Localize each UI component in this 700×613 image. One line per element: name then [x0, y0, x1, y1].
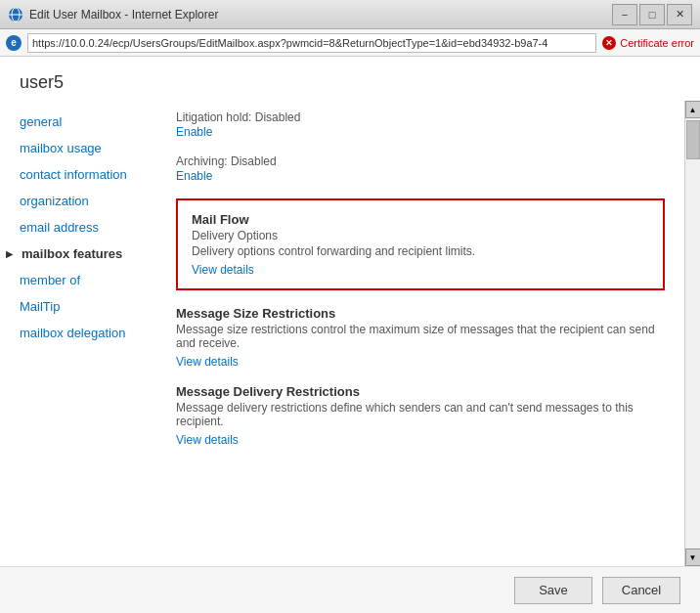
sidebar-item-email-address[interactable]: email address: [0, 214, 156, 241]
sidebar-item-organization-label: organization: [20, 194, 89, 208]
browser-icon: e: [6, 35, 22, 51]
sidebar-item-contact-information[interactable]: contact information: [0, 161, 156, 188]
scroll-down-button[interactable]: ▼: [685, 548, 701, 566]
scrollbar: ▲ ▼: [684, 101, 700, 566]
sidebar-item-mailbox-delegation[interactable]: mailbox delegation: [0, 320, 156, 346]
minimize-button[interactable]: −: [612, 4, 637, 25]
sidebar-item-mailbox-usage[interactable]: mailbox usage: [0, 135, 156, 161]
message-delivery-section: Message Delivery Restrictions Message de…: [176, 384, 665, 447]
message-delivery-description: Message delivery restrictions define whi…: [176, 401, 665, 428]
title-bar: Edit User Mailbox - Internet Explorer − …: [0, 0, 700, 29]
main-panel: Litigation hold: Disabled Enable Archivi…: [156, 101, 684, 566]
mail-flow-title: Mail Flow: [192, 212, 649, 227]
sidebar: general mailbox usage contact informatio…: [0, 101, 156, 566]
mail-flow-subtitle: Delivery Options: [192, 229, 649, 242]
litigation-hold-section: Litigation hold: Disabled Enable: [176, 110, 665, 139]
sidebar-item-mailtip[interactable]: MailTip: [0, 293, 156, 320]
archiving-section: Archiving: Disabled Enable: [176, 154, 665, 183]
message-size-description: Message size restrictions control the ma…: [176, 323, 665, 350]
sidebar-item-contact-information-label: contact information: [20, 167, 127, 182]
ie-icon: [8, 7, 23, 22]
message-size-view-details-link[interactable]: View details: [176, 355, 239, 369]
window-controls: − □ ✕: [612, 4, 692, 25]
sidebar-item-mailbox-delegation-label: mailbox delegation: [20, 326, 125, 340]
mail-flow-description: Delivery options control forwarding and …: [192, 244, 649, 258]
user-header: user5: [0, 57, 700, 101]
address-input[interactable]: [27, 33, 596, 53]
litigation-hold-enable-link[interactable]: Enable: [176, 125, 212, 139]
username-label: user5: [20, 72, 64, 92]
litigation-hold-label: Litigation hold: Disabled: [176, 110, 665, 124]
restore-button[interactable]: □: [639, 4, 665, 25]
address-bar: e ✕ Certificate error: [0, 29, 700, 57]
archiving-enable-link[interactable]: Enable: [176, 169, 212, 183]
sidebar-item-email-address-label: email address: [20, 220, 99, 235]
sidebar-item-member-of-label: member of: [20, 273, 80, 287]
archiving-label: Archiving: Disabled: [176, 154, 665, 168]
content-area: general mailbox usage contact informatio…: [0, 101, 700, 566]
window-title: Edit User Mailbox - Internet Explorer: [29, 8, 218, 22]
main-container: user5 general mailbox usage contact info…: [0, 57, 700, 613]
mail-flow-box: Mail Flow Delivery Options Delivery opti…: [176, 198, 665, 290]
sidebar-item-organization[interactable]: organization: [0, 188, 156, 214]
sidebar-item-general-label: general: [20, 114, 62, 129]
message-delivery-title: Message Delivery Restrictions: [176, 384, 665, 399]
sidebar-item-mailbox-usage-label: mailbox usage: [20, 141, 102, 155]
cancel-button[interactable]: Cancel: [602, 577, 680, 604]
sidebar-item-mailtip-label: MailTip: [20, 299, 60, 314]
title-bar-left: Edit User Mailbox - Internet Explorer: [8, 7, 218, 22]
sidebar-item-mailbox-features-label: mailbox features: [22, 246, 122, 261]
cert-error-icon: ✕: [602, 36, 616, 50]
message-size-section: Message Size Restrictions Message size r…: [176, 306, 665, 369]
scroll-thumb[interactable]: [686, 120, 700, 159]
sidebar-item-member-of[interactable]: member of: [0, 267, 156, 293]
scroll-track: [685, 118, 700, 548]
cert-error-label: Certificate error: [620, 37, 694, 49]
save-button[interactable]: Save: [514, 577, 592, 604]
cert-error: ✕ Certificate error: [602, 36, 694, 50]
message-size-title: Message Size Restrictions: [176, 306, 665, 321]
close-button[interactable]: ✕: [667, 4, 692, 25]
sidebar-item-general[interactable]: general: [0, 109, 156, 135]
scroll-up-button[interactable]: ▲: [685, 101, 701, 118]
mail-flow-view-details-link[interactable]: View details: [192, 263, 254, 277]
footer: Save Cancel: [0, 566, 700, 613]
message-delivery-view-details-link[interactable]: View details: [176, 433, 239, 447]
sidebar-item-mailbox-features[interactable]: mailbox features: [0, 241, 156, 267]
